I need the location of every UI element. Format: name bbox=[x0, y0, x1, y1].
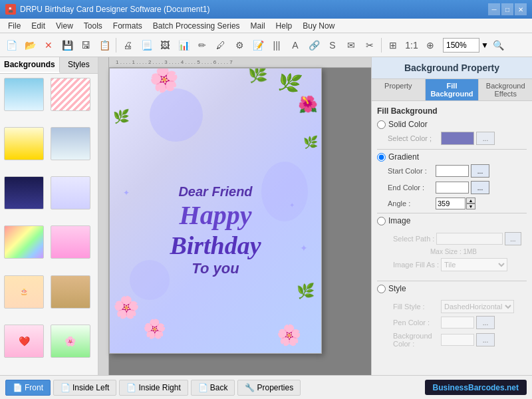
end-color-label: End Color : bbox=[388, 184, 436, 192]
tb-btn13[interactable]: 📝 bbox=[249, 37, 267, 54]
pen-color-box[interactable] bbox=[441, 317, 474, 329]
pen-color-row: Pen Color : ... bbox=[382, 316, 521, 329]
menu-help[interactable]: Help bbox=[271, 20, 298, 32]
style-radio[interactable] bbox=[377, 285, 386, 293]
menu-formats[interactable]: Formats bbox=[108, 20, 148, 32]
tb-btn9[interactable]: 📊 bbox=[175, 37, 192, 54]
image-section: Select Path : ... Max Size : 1MB Image F… bbox=[377, 228, 527, 278]
bg-thumb-2[interactable] bbox=[51, 78, 90, 111]
tb-btn7[interactable]: 📃 bbox=[138, 37, 155, 54]
bg-color-box[interactable] bbox=[441, 334, 474, 346]
save-as-button[interactable]: 🖫 bbox=[77, 37, 94, 54]
minimize-button[interactable]: ─ bbox=[488, 3, 500, 15]
tab-fill-background[interactable]: Fill Background bbox=[426, 79, 479, 100]
tb-btn5[interactable]: 📋 bbox=[96, 37, 113, 54]
angle-up[interactable]: ▲ bbox=[466, 198, 475, 203]
maximize-button[interactable]: □ bbox=[501, 3, 513, 15]
menu-batch[interactable]: Batch Processing Series bbox=[148, 20, 245, 32]
tab-back[interactable]: 📄 Back bbox=[191, 380, 235, 396]
zoom-ratio[interactable]: 1:1 bbox=[403, 37, 420, 54]
start-color-browse[interactable]: ... bbox=[471, 164, 489, 178]
tb-btn20[interactable]: ⊞ bbox=[384, 37, 402, 54]
tab-front[interactable]: 📄 Front bbox=[5, 380, 51, 396]
style-radio-row: Style bbox=[377, 284, 527, 293]
menu-mail[interactable]: Mail bbox=[245, 20, 271, 32]
new-button[interactable]: 📄 bbox=[3, 37, 20, 54]
bg-thumb-1[interactable] bbox=[4, 78, 44, 111]
zoom-dropdown-arrow[interactable]: ▼ bbox=[481, 41, 489, 50]
solid-color-radio[interactable] bbox=[377, 120, 386, 129]
path-browse[interactable]: ... bbox=[505, 232, 521, 245]
bg-thumb-12[interactable]: 🌸 bbox=[51, 325, 90, 358]
tab-background-effects[interactable]: Background Effects bbox=[479, 79, 532, 100]
path-input[interactable] bbox=[436, 233, 503, 245]
bg-color-row: Background Color : ... bbox=[382, 332, 521, 348]
bg-thumb-7[interactable] bbox=[4, 225, 44, 259]
tb-btn14[interactable]: ||| bbox=[268, 37, 285, 54]
tab-backgrounds[interactable]: Backgrounds bbox=[0, 57, 60, 73]
backgrounds-grid: 🎂 ❤️ 🌸 bbox=[0, 74, 98, 375]
tb-btn11[interactable]: 🖊 bbox=[212, 37, 229, 54]
print-button[interactable]: 🖨 bbox=[119, 37, 136, 54]
tab-property[interactable]: Property bbox=[372, 79, 426, 100]
bg-thumb-8[interactable] bbox=[51, 225, 90, 259]
open-button[interactable]: 📂 bbox=[21, 37, 39, 54]
pen-color-browse[interactable]: ... bbox=[476, 316, 495, 329]
start-color-box[interactable] bbox=[436, 165, 469, 177]
menu-edit[interactable]: Edit bbox=[26, 20, 51, 32]
tb-btn19[interactable]: ✂ bbox=[361, 37, 378, 54]
close-button-tb[interactable]: ✕ bbox=[40, 37, 57, 54]
property-tabs: Property Fill Background Background Effe… bbox=[372, 79, 532, 101]
bg-thumb-6[interactable] bbox=[51, 176, 90, 209]
separator-1 bbox=[116, 38, 116, 53]
end-color-box[interactable] bbox=[436, 182, 469, 194]
image-fill-select[interactable]: Tile Stretch Center bbox=[441, 258, 507, 271]
angle-input[interactable] bbox=[436, 198, 466, 209]
ruler-vertical bbox=[98, 57, 109, 375]
bg-thumb-11[interactable]: ❤️ bbox=[4, 325, 44, 358]
bg-thumb-3[interactable] bbox=[4, 127, 44, 160]
bg-thumb-4[interactable] bbox=[51, 127, 90, 160]
tab-inside-right[interactable]: 📄 Inside Right bbox=[119, 380, 188, 396]
angle-down[interactable]: ▼ bbox=[466, 203, 475, 209]
tb-btn12[interactable]: ⚙ bbox=[231, 37, 248, 54]
divider-3 bbox=[377, 281, 527, 281]
gradient-label: Gradient bbox=[388, 152, 419, 162]
fill-style-select[interactable]: DashedHorizontal Solid Dotted Hatched bbox=[441, 300, 514, 313]
bg-color-browse[interactable]: ... bbox=[476, 333, 495, 346]
gradient-radio[interactable] bbox=[377, 153, 386, 162]
tab-styles[interactable]: Styles bbox=[60, 57, 98, 73]
bg-thumb-9[interactable]: 🎂 bbox=[4, 275, 44, 309]
zoom-input[interactable] bbox=[443, 38, 479, 53]
tab-properties[interactable]: 🔧 Properties bbox=[237, 380, 301, 396]
tab-inside-right-label: Inside Right bbox=[138, 383, 180, 392]
end-color-browse[interactable]: ... bbox=[471, 181, 489, 194]
close-button[interactable]: ✕ bbox=[515, 3, 527, 15]
tb-btn15[interactable]: A bbox=[287, 37, 304, 54]
separator-2 bbox=[381, 38, 382, 53]
bg-thumb-10[interactable] bbox=[51, 275, 90, 309]
ruler-horizontal: 1 . . . . 1 . . . . 2 . . . . 3 . . . . … bbox=[98, 57, 371, 68]
canvas-area[interactable]: 1 . . . . 1 . . . . 2 . . . . 3 . . . . … bbox=[98, 57, 371, 375]
tb-btn18[interactable]: ✉ bbox=[342, 37, 360, 54]
menu-buy[interactable]: Buy Now bbox=[297, 20, 340, 32]
image-label: Image bbox=[388, 216, 410, 225]
style-section: Fill Style : DashedHorizontal Solid Dott… bbox=[377, 296, 527, 354]
zoom-in[interactable]: ⊕ bbox=[422, 37, 439, 54]
image-radio[interactable] bbox=[377, 217, 386, 225]
menu-file[interactable]: File bbox=[3, 20, 26, 32]
tb-btn8[interactable]: 🖼 bbox=[156, 37, 174, 54]
tb-btn17[interactable]: S bbox=[324, 37, 341, 54]
tb-btn10[interactable]: ✏ bbox=[194, 37, 211, 54]
solid-color-browse[interactable]: ... bbox=[476, 132, 495, 145]
save-button[interactable]: 💾 bbox=[59, 37, 76, 54]
zoom-out[interactable]: 🔍 bbox=[490, 37, 507, 54]
card-text-toyou: To you bbox=[192, 260, 239, 277]
card[interactable]: 🌸 🌿 🌺 🌿 🌸 🌸 🌸 🌿 🌿 🌿 Dear Friend Happy Bi… bbox=[109, 68, 322, 354]
tab-inside-left[interactable]: 📄 Inside Left bbox=[53, 380, 116, 396]
menu-view[interactable]: View bbox=[51, 20, 78, 32]
solid-color-box[interactable] bbox=[441, 132, 474, 145]
menu-tools[interactable]: Tools bbox=[78, 20, 108, 32]
bg-thumb-5[interactable] bbox=[4, 176, 44, 209]
tb-btn16[interactable]: 🔗 bbox=[305, 37, 323, 54]
